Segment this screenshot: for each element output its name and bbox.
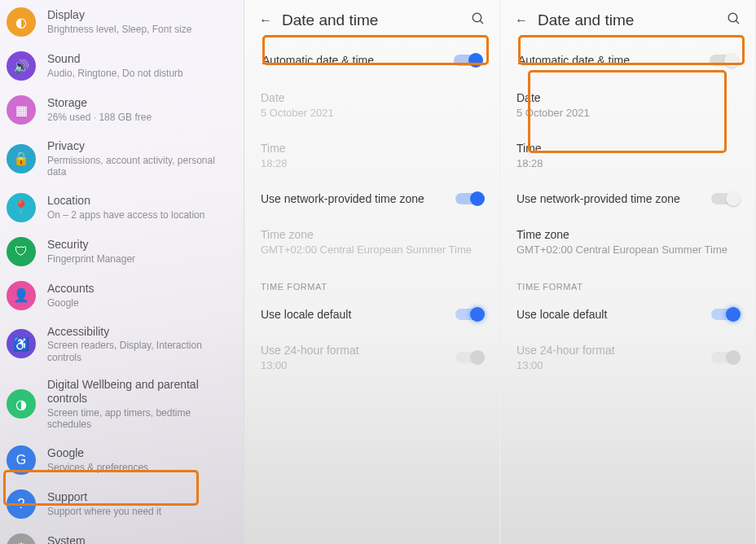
search-icon[interactable] [467,11,490,29]
pref-title: Use locale default [516,308,711,321]
pref-title: Use network-provided time zone [516,192,711,205]
settings-row-texts: LocationOn – 2 apps have access to locat… [47,194,231,221]
settings-row-texts: Digital Wellbeing and parental controlsS… [47,378,231,430]
privacy-icon: 🔒 [7,144,36,173]
back-icon[interactable]: ← [254,13,277,28]
time-label: Time [261,142,483,155]
pref-title: Automatic date & time [518,54,710,67]
use-24h-label: Use 24-hour format [516,344,711,357]
date-label: Date [516,91,739,104]
settings-row-title: Privacy [47,139,231,153]
date-value: 5 October 2021 [261,107,483,119]
settings-row-sound[interactable]: 🔊SoundAudio, Ringtone, Do not disturb [0,44,244,88]
pref-date[interactable]: Date 5 October 2021 [500,80,755,130]
date-value: 5 October 2021 [516,107,739,119]
pref-use-locale-default[interactable]: Use locale default [500,296,755,332]
pref-title: Automatic date & time [262,54,454,67]
toggle-use-24h [455,352,483,363]
tz-value: GMT+02:00 Central European Summer Time [516,243,739,256]
settings-row-sub: Audio, Ringtone, Do not disturb [47,68,231,79]
pref-time[interactable]: Time 18:28 [500,130,755,181]
location-icon: 📍 [7,193,36,222]
settings-row-digital-wellbeing-and-parental-controls[interactable]: ◑Digital Wellbeing and parental controls… [0,371,244,437]
pref-use-network-tz[interactable]: Use network-provided time zone [244,181,499,217]
accessibility-icon: ♿ [7,329,36,358]
toggle-auto-date-time[interactable] [710,55,737,66]
settings-row-sub: Services & preferences [47,462,231,473]
settings-row-sub: Support where you need it [47,506,231,517]
settings-row-title: Google [47,446,231,460]
settings-row-texts: Storage26% used · 188 GB free [47,96,231,123]
settings-row-support[interactable]: ?SupportSupport where you need it [0,482,244,526]
settings-row-texts: SupportSupport where you need it [47,490,231,517]
settings-row-texts: AccountsGoogle [47,282,231,309]
settings-row-sub: 26% used · 188 GB free [47,112,231,123]
toggle-use-network-tz[interactable] [455,193,483,204]
settings-row-privacy[interactable]: 🔒PrivacyPermissions, account activity, p… [0,132,244,186]
search-icon[interactable] [723,11,745,29]
sound-icon: 🔊 [7,51,36,81]
pref-auto-date-time[interactable]: Automatic date & time [244,41,499,80]
settings-row-google[interactable]: GGoogleServices & preferences [0,438,244,482]
settings-row-texts: SystemLanguage & input, Date & time, Bac… [47,534,231,544]
settings-row-texts: SoundAudio, Ringtone, Do not disturb [47,52,231,79]
settings-row-security[interactable]: 🛡SecurityFingerprint Manager [0,230,244,274]
settings-row-title: Accounts [47,282,231,296]
pref-use-locale-default[interactable]: Use locale default [244,296,499,332]
settings-row-texts: PrivacyPermissions, account activity, pe… [47,139,231,178]
toggle-auto-date-time[interactable] [454,55,481,66]
pref-title: Use network-provided time zone [261,192,455,205]
pref-time-zone[interactable]: Time zone GMT+02:00 Central European Sum… [500,217,755,267]
settings-row-sub: On – 2 apps have access to location [47,209,231,221]
date-time-pane-auto-on: ← Date and time Automatic date & time Da… [244,0,500,544]
settings-row-accounts[interactable]: 👤AccountsGoogle [0,274,244,318]
time-value: 18:28 [516,157,739,169]
settings-list-pane: ◐DisplayBrightness level, Sleep, Font si… [0,0,244,544]
pref-use-network-tz[interactable]: Use network-provided time zone [500,181,755,217]
settings-row-title: Security [47,238,231,252]
date-time-pane-auto-off: ← Date and time Automatic date & time Da… [500,0,756,544]
date-label: Date [261,91,483,104]
time-value: 18:28 [261,157,483,169]
settings-row-texts: GoogleServices & preferences [47,446,231,473]
settings-row-location[interactable]: 📍LocationOn – 2 apps have access to loca… [0,186,244,230]
display-icon: ◐ [7,7,36,37]
settings-row-accessibility[interactable]: ♿AccessibilityScreen readers, Display, I… [0,318,244,371]
settings-row-title: Digital Wellbeing and parental controls [47,378,231,406]
settings-row-sub: Permissions, account activity, personal … [47,155,231,178]
toggle-use-locale-default[interactable] [711,309,739,320]
google-icon: G [7,445,36,475]
settings-row-sub: Screen time, app timers, bedtime schedul… [47,407,231,431]
settings-row-sub: Fingerprint Manager [47,253,231,265]
toggle-use-network-tz[interactable] [711,193,739,204]
security-icon: 🛡 [7,237,36,266]
pref-title: Use locale default [261,308,455,321]
digital-wellbeing-and-parental-controls-icon: ◑ [7,389,36,419]
svg-line-3 [736,20,739,24]
pref-time-zone: Time zone GMT+02:00 Central European Sum… [244,217,499,267]
settings-row-title: Display [47,8,231,22]
settings-row-title: Storage [47,96,231,110]
date-time-header: ← Date and time [244,0,499,41]
tz-value: GMT+02:00 Central European Summer Time [261,243,483,256]
settings-row-display[interactable]: ◐DisplayBrightness level, Sleep, Font si… [0,0,244,44]
settings-row-storage[interactable]: ▦Storage26% used · 188 GB free [0,88,244,132]
pref-use-24h: Use 24-hour format 13:00 [500,332,755,383]
date-time-header: ← Date and time [500,0,755,41]
storage-icon: ▦ [7,95,36,125]
back-icon[interactable]: ← [510,13,533,28]
page-title: Date and time [277,11,467,29]
page-title: Date and time [533,11,723,29]
system-icon: ⚙ [7,533,36,544]
use-24h-label: Use 24-hour format [261,344,455,357]
pref-auto-date-time[interactable]: Automatic date & time [500,41,755,80]
settings-row-title: Accessibility [47,325,231,339]
toggle-use-24h [711,352,739,363]
support-icon: ? [7,489,36,519]
time-label: Time [516,142,739,155]
toggle-use-locale-default[interactable] [455,309,483,320]
tz-label: Time zone [516,228,739,241]
settings-row-texts: AccessibilityScreen readers, Display, In… [47,325,231,364]
settings-row-system[interactable]: ⚙SystemLanguage & input, Date & time, Ba… [0,526,244,544]
svg-point-2 [728,13,737,22]
